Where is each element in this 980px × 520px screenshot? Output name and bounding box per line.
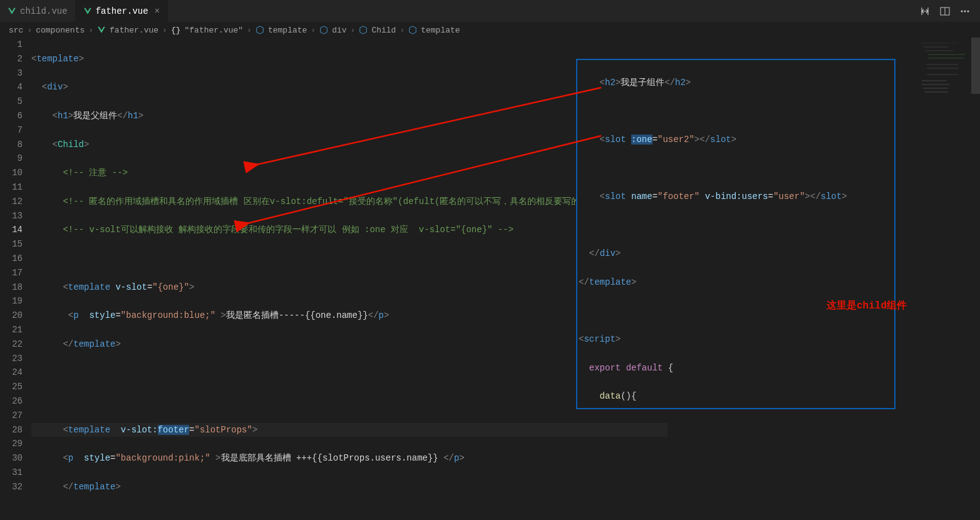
tab-father[interactable]: father.vue ×	[76, 0, 168, 22]
tabs-right	[920, 0, 980, 22]
chevron-icon: ›	[27, 26, 32, 35]
editor-tabs: child.vue father.vue ×	[0, 0, 980, 23]
chevron-icon: ›	[88, 26, 93, 35]
vue-icon	[83, 7, 92, 16]
svg-point-3	[964, 10, 966, 12]
braces-icon: {}	[171, 26, 181, 35]
tabs-left: child.vue father.vue ×	[0, 0, 168, 22]
chevron-icon: ›	[162, 26, 167, 35]
breadcrumb-item[interactable]: template	[421, 26, 460, 35]
cube-icon	[255, 26, 264, 34]
chevron-icon: ›	[400, 26, 405, 35]
scrollbar-thumb[interactable]	[971, 38, 980, 94]
compare-icon[interactable]	[920, 6, 930, 16]
editor-area: 123 456 789 101112 131415 161718 192021 …	[0, 38, 980, 520]
breadcrumb-item[interactable]: div	[332, 26, 346, 35]
vue-icon	[8, 7, 16, 16]
line-gutter: 123 456 789 101112 131415 161718 192021 …	[0, 38, 31, 520]
svg-point-4	[967, 10, 969, 12]
breadcrumb[interactable]: src › components › father.vue › {} "fath…	[0, 23, 980, 38]
child-editor-panel[interactable]: <h2>我是子组件</h2> <slot :one="user2"></slot…	[576, 59, 895, 409]
vertical-scrollbar[interactable]	[971, 38, 980, 520]
svg-point-2	[961, 10, 963, 12]
tab-label: father.vue	[96, 6, 148, 16]
annotation-label: 这里是child组件	[827, 299, 907, 312]
tab-child[interactable]: child.vue	[0, 0, 76, 22]
side-code[interactable]: <h2>我是子组件</h2> <slot :one="user2"></slot…	[577, 61, 894, 409]
breadcrumb-item[interactable]: "father.vue"	[184, 26, 243, 35]
breadcrumb-item[interactable]: components	[36, 26, 85, 35]
chevron-icon: ›	[311, 26, 316, 35]
code-body[interactable]: <template> <div> <h1>我是父组件</h1> <Child> …	[31, 38, 668, 520]
split-editor-icon[interactable]	[940, 6, 950, 16]
minimap[interactable]	[914, 38, 977, 113]
breadcrumb-item[interactable]: src	[9, 26, 23, 35]
cube-icon	[319, 26, 328, 34]
tab-label: child.vue	[20, 6, 68, 16]
main-editor[interactable]: 123 456 789 101112 131415 161718 192021 …	[0, 38, 668, 520]
chevron-icon: ›	[247, 26, 252, 35]
more-icon[interactable]	[960, 6, 970, 16]
close-icon[interactable]: ×	[155, 6, 160, 16]
breadcrumb-item[interactable]: Child	[371, 26, 396, 35]
cube-icon	[359, 26, 368, 34]
cube-icon	[408, 26, 417, 34]
breadcrumb-item[interactable]: father.vue	[110, 26, 158, 35]
breadcrumb-item[interactable]: template	[268, 26, 307, 35]
vue-icon	[97, 26, 106, 34]
chevron-icon: ›	[351, 26, 356, 35]
